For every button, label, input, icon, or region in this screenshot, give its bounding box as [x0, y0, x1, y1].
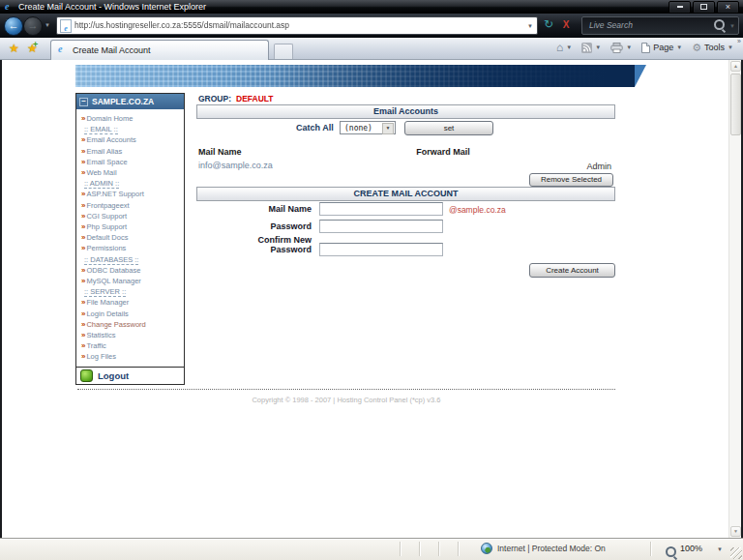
recent-pages-dropdown-icon[interactable]: ▼: [45, 22, 50, 28]
sidebar-item[interactable]: »MySQL Manager: [81, 276, 182, 286]
scroll-down-button[interactable]: ▼: [730, 526, 741, 537]
sidebar-section-header[interactable]: :: ADMIN ::: [84, 178, 182, 189]
password-input[interactable]: [319, 220, 443, 233]
search-options-dropdown-icon[interactable]: ▼: [729, 23, 735, 29]
remove-selected-button[interactable]: Remove Selected: [529, 173, 613, 187]
sidebar-item[interactable]: »Domain Home: [81, 113, 182, 124]
back-button[interactable]: ←: [4, 16, 23, 36]
statusbar-separator: [400, 542, 401, 556]
gear-icon[interactable]: ⚙: [692, 42, 701, 54]
restore-button[interactable]: [693, 1, 715, 14]
navigation-bar: ← → ▼ e http://us.hostingreseller.co.za:…: [0, 14, 743, 38]
catch-all-selected-value: (none): [344, 124, 372, 133]
toolbar-overflow-icon[interactable]: »: [737, 38, 741, 44]
feeds-dropdown-icon[interactable]: ▼: [595, 44, 601, 50]
sidebar-item[interactable]: »File Manager: [81, 297, 182, 308]
minimize-button[interactable]: [669, 1, 691, 14]
sidebar-item[interactable]: »ODBC Database: [81, 265, 182, 276]
sidebar-item[interactable]: »Email Accounts: [81, 134, 182, 145]
sidebar-domain-label: SAMPLE.CO.ZA: [92, 97, 154, 106]
sidebar-item[interactable]: »Email Alias: [81, 146, 182, 157]
live-search-box[interactable]: Live Search ▼: [581, 16, 739, 35]
zoom-level[interactable]: 100%: [680, 544, 702, 553]
add-favorite-icon[interactable]: ★+: [27, 42, 38, 55]
sidebar: − SAMPLE.CO.ZA »Domain Home:: EMAIL ::»E…: [75, 93, 185, 385]
sidebar-item[interactable]: »Change Password: [81, 319, 182, 330]
resize-grip[interactable]: [730, 547, 742, 559]
sidebar-section-header[interactable]: :: SERVER ::: [84, 286, 182, 297]
page-viewport: − SAMPLE.CO.ZA »Domain Home:: EMAIL ::»E…: [0, 60, 743, 538]
sidebar-item[interactable]: »Frontpageext: [81, 200, 182, 211]
sidebar-item[interactable]: »Default Docs: [81, 232, 182, 243]
stop-button[interactable]: X: [558, 17, 574, 33]
sidebar-item[interactable]: »ASP.NET Support: [81, 189, 182, 199]
create-account-button[interactable]: Create Account: [529, 263, 615, 278]
sidebar-item[interactable]: »Web Mail: [81, 167, 182, 178]
print-dropdown-icon[interactable]: ▼: [626, 44, 632, 50]
feeds-icon[interactable]: [581, 43, 592, 53]
chevron-icon: »: [81, 309, 85, 318]
email-accounts-header: Email Accounts: [196, 104, 615, 119]
chevron-icon: »: [81, 147, 85, 156]
new-tab-button[interactable]: [274, 44, 293, 59]
chevron-icon: »: [81, 222, 85, 231]
chevron-icon: »: [81, 201, 85, 210]
home-icon[interactable]: ⌂: [556, 41, 563, 54]
tools-dropdown-icon[interactable]: ▼: [728, 44, 733, 50]
sidebar-item[interactable]: »Log Files: [81, 351, 182, 362]
chevron-icon: »: [81, 244, 85, 252]
mail-account-link[interactable]: info@sample.co.za: [198, 161, 273, 170]
scrollbar-thumb[interactable]: [730, 74, 741, 135]
scroll-up-button[interactable]: ▲: [730, 61, 741, 72]
confirm-password-input[interactable]: [319, 243, 443, 256]
tools-menu-label[interactable]: Tools: [704, 43, 725, 52]
chevron-icon: »: [81, 320, 85, 329]
page-menu-label[interactable]: Page: [653, 43, 673, 52]
zoom-magnifier-icon[interactable]: [666, 544, 676, 560]
favorites-star-icon[interactable]: ★: [9, 42, 19, 55]
sidebar-item-label: Change Password: [86, 320, 145, 329]
page-icon[interactable]: [641, 43, 650, 53]
sidebar-item[interactable]: »CGI Support: [81, 211, 182, 221]
sidebar-item-label: :: SERVER ::: [84, 287, 126, 297]
sidebar-item-label: Statistics: [86, 331, 115, 339]
sidebar-item[interactable]: »Php Support: [81, 221, 182, 232]
print-icon[interactable]: [610, 43, 623, 53]
zoom-dropdown-icon[interactable]: ▼: [717, 546, 723, 552]
forward-button[interactable]: →: [23, 16, 43, 36]
sidebar-item[interactable]: »Email Space: [81, 157, 182, 167]
vertical-scrollbar[interactable]: ▲ ▼: [728, 60, 741, 538]
search-placeholder[interactable]: Live Search: [589, 20, 633, 30]
sidebar-logout[interactable]: Logout: [76, 367, 184, 384]
globe-icon: [481, 543, 492, 554]
sidebar-item[interactable]: »Traffic: [81, 340, 182, 351]
refresh-button[interactable]: ↻: [541, 17, 556, 33]
set-button[interactable]: set: [404, 121, 493, 135]
catch-all-select[interactable]: (none) ▼: [340, 121, 396, 134]
sidebar-item[interactable]: »Permissions: [81, 243, 182, 253]
sidebar-item[interactable]: »Statistics: [81, 330, 182, 340]
sidebar-item[interactable]: »Login Details: [81, 309, 182, 319]
mail-name-input[interactable]: [319, 202, 443, 216]
sidebar-item-label: CGI Support: [86, 212, 127, 221]
chevron-icon: »: [81, 233, 85, 242]
sidebar-section-header[interactable]: :: EMAIL ::: [84, 124, 182, 134]
home-dropdown-icon[interactable]: ▼: [566, 44, 572, 50]
address-dropdown-icon[interactable]: ▼: [527, 23, 533, 29]
restore-icon: [700, 4, 707, 10]
address-bar[interactable]: e http://us.hostingreseller.co.za:5555/d…: [56, 16, 538, 35]
password-label: Password: [215, 222, 312, 232]
sidebar-section-header[interactable]: :: DATABASES ::: [84, 254, 182, 265]
collapse-icon[interactable]: −: [79, 98, 88, 106]
chevron-down-icon[interactable]: ▼: [382, 123, 394, 134]
sidebar-item-label: :: ADMIN ::: [84, 179, 119, 189]
page-dropdown-icon[interactable]: ▼: [676, 44, 682, 50]
chevron-icon: »: [81, 135, 85, 144]
close-button[interactable]: ×: [717, 1, 739, 14]
tab-create-mail-account[interactable]: e Create Mail Account: [50, 40, 269, 60]
chevron-icon: »: [81, 266, 85, 275]
confirm-password-label: Confirm New Password: [215, 236, 312, 254]
url-text[interactable]: http://us.hostingreseller.co.za:5555/dsm…: [74, 20, 289, 30]
chevron-icon: »: [81, 277, 85, 285]
search-icon[interactable]: [714, 19, 725, 30]
